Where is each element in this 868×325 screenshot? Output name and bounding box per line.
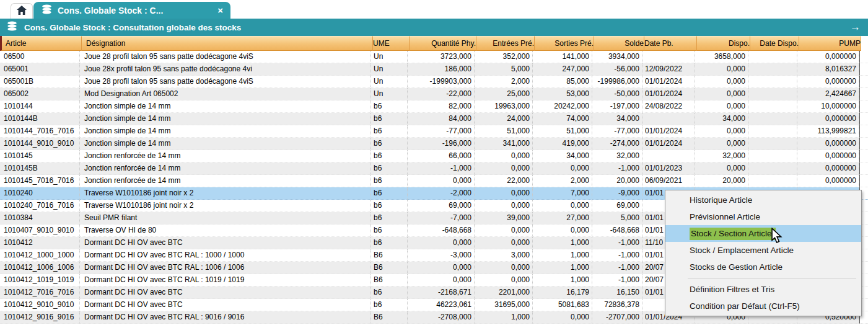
cell-solde[interactable]: 16,150 (592, 287, 642, 299)
cell-designation[interactable]: Jonction simple de 14 mm (80, 113, 371, 125)
cell-sorties[interactable]: 7,000 (533, 187, 592, 200)
cell-qty[interactable]: 84,000 (408, 113, 475, 125)
cell-entrees[interactable]: 0,000 (475, 225, 533, 237)
cell-article[interactable]: 1010144_9010_9010 (0, 138, 80, 150)
cell-pump[interactable]: 113,999821 (797, 125, 859, 138)
cell-article[interactable]: 1010412_1006_1006 (0, 262, 80, 274)
cell-article[interactable]: 06500 (0, 51, 80, 63)
cell-sorties[interactable]: 0,000 (533, 200, 592, 212)
cell-dispo[interactable]: 0,000 (695, 63, 748, 76)
cell-ume[interactable]: b6 (371, 162, 408, 175)
cell-designation[interactable]: Jonction renforcée de 14 mm (80, 162, 371, 175)
cell-pump[interactable]: 10,000000 (797, 100, 859, 113)
cell-sorties[interactable]: 51,000 (533, 125, 592, 138)
cell-designation[interactable]: Dormant DC HI OV avec BTC (80, 287, 371, 299)
cell-entrees[interactable]: 5,000 (475, 63, 533, 76)
cell-sorties[interactable]: 53,000 (533, 88, 592, 100)
cell-entrees[interactable]: 39,000 (475, 212, 533, 225)
cell-sorties[interactable]: 16,179 (533, 287, 592, 299)
cell-ume[interactable]: b6 (371, 299, 408, 311)
cell-dispo[interactable]: 0,000 (695, 100, 748, 113)
cell-datepb[interactable] (642, 51, 695, 63)
cell-qty[interactable]: 66,000 (408, 150, 475, 162)
cell-datepb[interactable]: 12/09/2022 (642, 63, 695, 76)
cell-pump[interactable]: 0,000000 (797, 162, 859, 175)
cell-designation[interactable]: Dormant DC HI OV avec BTC (80, 237, 371, 249)
cell-pump[interactable]: 0,000000 (797, 51, 859, 63)
cell-ume[interactable]: b6 (371, 212, 408, 225)
cell-article[interactable]: 1010412 (0, 237, 80, 249)
cell-solde[interactable]: -56,000 (592, 63, 642, 76)
cell-entrees[interactable]: 0,000 (475, 150, 533, 162)
cell-qty[interactable]: -77,000 (408, 125, 475, 138)
cell-solde[interactable]: -648,668 (592, 225, 642, 237)
tab-cons-globale-stock[interactable]: Cons. Globale Stock : C... × (33, 2, 230, 19)
tab-close-icon[interactable]: × (217, 6, 223, 15)
cell-entrees[interactable]: 31695,000 (475, 299, 533, 311)
cell-ume[interactable]: b6 (371, 187, 408, 200)
cell-solde[interactable]: -1,000 (592, 249, 642, 262)
cell-sorties[interactable]: 20242,000 (533, 100, 592, 113)
cell-article[interactable]: 1010145_7016_7016 (0, 175, 80, 187)
cell-sorties[interactable]: 1,000 (533, 237, 592, 249)
cell-article[interactable]: 1010412_1019_1019 (0, 274, 80, 287)
cell-article[interactable]: 1010144 (0, 100, 80, 113)
cell-solde[interactable]: 72836,378 (592, 299, 642, 311)
cell-datedispo[interactable] (748, 175, 797, 187)
cell-entrees[interactable]: 0,000 (475, 237, 533, 249)
cell-pump[interactable]: 0,000000 (797, 113, 859, 125)
cell-pump[interactable]: 0,000000 (797, 150, 859, 162)
cell-sorties[interactable]: 2,000 (533, 175, 592, 187)
cell-solde[interactable]: 34,000 (592, 113, 642, 125)
cell-solde[interactable]: -274,000 (592, 138, 642, 150)
cell-ume[interactable]: B6 (371, 274, 408, 287)
cell-ume[interactable]: b6 (371, 200, 408, 212)
cell-solde[interactable]: -9,000 (592, 187, 642, 200)
cell-entrees[interactable]: 2201,000 (475, 287, 533, 299)
table-row[interactable]: 1010145BJonction renforcée de 14 mmb6-1,… (0, 162, 868, 175)
cell-article[interactable]: 1010412_9010_9010 (0, 299, 80, 311)
cell-ume[interactable]: B6 (371, 262, 408, 274)
cell-designation[interactable]: Dormant DC HI OV avec BTC (80, 299, 371, 311)
cell-sorties[interactable]: 1,000 (533, 262, 592, 274)
cell-designation[interactable]: Dormant DC HI OV avec BTC RAL : 1006 / 1… (80, 262, 371, 274)
cell-designation[interactable]: Traverse OV HI de 80 (80, 225, 371, 237)
cell-ume[interactable]: b6 (371, 175, 408, 187)
cell-qty[interactable]: 0,000 (408, 175, 475, 187)
cell-sorties[interactable]: 247,000 (533, 63, 592, 76)
cell-ume[interactable]: B6 (371, 249, 408, 262)
column-header-designation[interactable]: Désignation (82, 36, 373, 51)
cell-entrees[interactable]: 51,000 (475, 125, 533, 138)
cell-qty[interactable]: 0,000 (408, 237, 475, 249)
cell-datedispo[interactable] (748, 113, 797, 125)
cell-entrees[interactable]: 1,000 (475, 311, 533, 324)
column-header-datedispo[interactable]: Date Dispo. (750, 36, 799, 51)
cell-solde[interactable]: -1,000 (592, 162, 642, 175)
cell-datedispo[interactable] (748, 100, 797, 113)
cell-entrees[interactable]: 0,000 (475, 274, 533, 287)
cell-qty[interactable]: -22,000 (408, 88, 475, 100)
column-header-pump[interactable]: PUMP (799, 36, 861, 51)
cell-datepb[interactable]: 01/01/2024 (642, 125, 695, 138)
column-header-qty[interactable]: Quantité Phy. (410, 36, 476, 51)
table-row[interactable]: 06500Joue 28 profil talon 95 sans patte … (0, 51, 868, 63)
cell-article[interactable]: 1010145 (0, 150, 80, 162)
cell-entrees[interactable]: 341,000 (475, 138, 533, 150)
cell-article[interactable]: 1010384 (0, 212, 80, 225)
cell-solde[interactable]: -50,000 (592, 88, 642, 100)
cell-sorties[interactable]: 0,000 (533, 162, 592, 175)
cell-designation[interactable]: Joue 28 profil talon 95 sans patte dodéc… (80, 51, 371, 63)
cell-solde[interactable]: 3934,000 (592, 51, 642, 63)
cell-article[interactable]: 065001 (0, 63, 80, 76)
cell-datepb[interactable]: 01/01/2024 (642, 88, 695, 100)
cell-entrees[interactable]: 352,000 (475, 51, 533, 63)
cell-entrees[interactable]: 0,000 (475, 262, 533, 274)
cell-designation[interactable]: Joue 28x profil talon 95 sans patte dodé… (80, 63, 371, 76)
cell-entrees[interactable]: 22,000 (475, 175, 533, 187)
cell-qty[interactable]: 0,000 (408, 274, 475, 287)
menu-item[interactable]: Prévisionnel Article (665, 208, 861, 225)
cell-qty[interactable]: 82,000 (408, 100, 475, 113)
cell-entrees[interactable]: 24,000 (475, 113, 533, 125)
cell-datepb[interactable] (642, 150, 695, 162)
cell-designation[interactable]: Mod Designation Art 065002 (80, 88, 371, 100)
